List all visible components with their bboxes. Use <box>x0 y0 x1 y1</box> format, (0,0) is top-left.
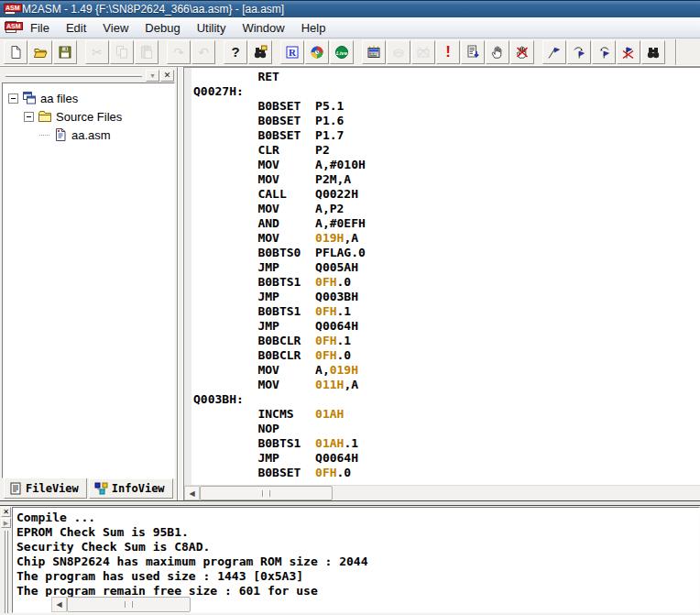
register-button[interactable]: R <box>280 40 304 64</box>
tree-item-aa-files[interactable]: aa files <box>3 89 174 107</box>
pause-hand-button[interactable] <box>486 40 509 64</box>
tab-fileview[interactable]: FileView <box>4 478 87 499</box>
next-breakpoint-button[interactable] <box>567 40 591 64</box>
copy-icon <box>115 45 129 60</box>
menu-bar: ASM FileEditViewDebugUtilityWindowHelp <box>0 17 700 38</box>
code-line: B0BCLR 0FH.0 <box>193 348 700 363</box>
erase-chip-button <box>411 40 435 64</box>
online-update-button[interactable] <box>305 40 329 64</box>
menu-item-help[interactable]: Help <box>293 18 334 38</box>
live-update-icon: Live <box>334 45 349 60</box>
erase-chip-icon <box>416 45 431 60</box>
find-in-files-icon <box>253 45 268 60</box>
output-line: Security Check Sum is C8AD. <box>16 540 699 555</box>
build-download-icon <box>465 45 480 60</box>
vertical-splitter[interactable] <box>177 67 184 500</box>
tree-expander-icon[interactable] <box>8 93 18 104</box>
code-editor[interactable]: RETQ0027H: B0BSET P5.1 B0BSET P1.6 B0BSE… <box>184 67 700 500</box>
scroll-left-button[interactable]: ◀ <box>184 486 200 500</box>
output-line: Compile ... <box>16 511 699 525</box>
code-line: MOV 019H,A <box>193 231 700 246</box>
verify-chip-icon <box>391 45 406 60</box>
tab-infoview[interactable]: InfoView <box>89 478 173 499</box>
workspace-dock-panel: ▼ ✕ aa filesSource Filesaa.asm FileViewI… <box>0 67 177 500</box>
workspace-files-icon <box>22 91 37 105</box>
svg-text:Live: Live <box>336 50 348 56</box>
stop-hand-button[interactable] <box>510 40 534 64</box>
main-area: ▼ ✕ aa filesSource Filesaa.asm FileViewI… <box>0 67 700 500</box>
output-scroll-left-button[interactable]: ◀ <box>51 597 67 612</box>
new-file-icon <box>8 45 23 60</box>
output-line: The program remain free size : 601 for u… <box>16 584 699 597</box>
code-line: B0BCLR 0FH.1 <box>193 334 700 348</box>
cut-button: ✂ <box>85 40 109 64</box>
document-asm-icon[interactable]: ASM <box>5 21 18 34</box>
code-line: JMP Q003BH <box>193 290 700 304</box>
live-update-button[interactable]: Live <box>330 40 354 64</box>
prev-breakpoint-button[interactable] <box>592 40 616 64</box>
scroll-thumb[interactable] <box>200 486 333 500</box>
save-file-icon <box>58 45 72 60</box>
paste-icon <box>139 45 154 60</box>
find-button[interactable] <box>641 40 665 64</box>
cut-icon: ✂ <box>92 44 103 60</box>
tab-label: FileView <box>26 482 79 495</box>
tree-item-source-files[interactable]: Source Files <box>3 107 174 126</box>
code-text[interactable]: RETQ0027H: B0BSET P5.1 B0BSET P1.6 B0BSE… <box>191 68 700 485</box>
code-line: MOV A,P2 <box>193 202 700 216</box>
menu-item-view[interactable]: View <box>94 18 137 38</box>
output-expand-button[interactable]: ▶ <box>1 518 11 528</box>
output-scroll-thumb[interactable] <box>67 597 191 612</box>
redo-button: ↷ <box>167 40 191 64</box>
output-grip-handle[interactable] <box>5 531 8 613</box>
code-line: CLR P2 <box>193 143 700 158</box>
code-line: MOV A,#010H <box>193 158 700 172</box>
app-asm-icon: ASM <box>4 3 17 16</box>
dock-grip-handle[interactable] <box>5 74 142 77</box>
find-in-files-button[interactable] <box>248 40 272 64</box>
remove-breakpoints-icon <box>621 45 636 60</box>
folder-icon <box>38 109 52 124</box>
save-file-button[interactable] <box>53 40 77 64</box>
tree-item-label: Source Files <box>56 110 122 124</box>
scroll-track[interactable] <box>333 486 700 500</box>
tree-connector <box>39 135 49 136</box>
code-line: B0BSET P1.7 <box>193 128 700 143</box>
output-close-button[interactable]: ✕ <box>1 507 11 517</box>
paste-button <box>135 40 159 64</box>
infoview-icon <box>94 482 108 495</box>
output-scroll-track[interactable] <box>191 597 699 612</box>
toggle-breakpoint-button[interactable] <box>542 40 566 64</box>
dock-menu-button[interactable]: ▼ <box>146 70 159 82</box>
code-line: JMP Q0064H <box>193 451 700 466</box>
menu-item-debug[interactable]: Debug <box>137 18 188 38</box>
dock-close-button[interactable]: ✕ <box>160 70 174 82</box>
help-button[interactable]: ? <box>224 40 247 64</box>
program-chip-button[interactable] <box>362 40 386 64</box>
output-text[interactable]: Compile ...EPROM Check Sum is 95B1.Secur… <box>13 508 699 597</box>
editor-h-scrollbar[interactable]: ◀ <box>184 485 700 500</box>
tree-expander-icon[interactable] <box>24 112 34 122</box>
new-file-button[interactable] <box>4 40 27 64</box>
asm-file-icon <box>53 127 68 142</box>
dock-gripper[interactable]: ▼ ✕ <box>2 69 175 82</box>
verify-chip-button <box>387 40 410 64</box>
build-download-button[interactable] <box>461 40 485 64</box>
menu-item-edit[interactable]: Edit <box>58 18 94 38</box>
scroll-grip-icon <box>262 490 270 497</box>
menu-item-window[interactable]: Window <box>234 18 292 38</box>
compile-button[interactable]: ! <box>436 40 460 64</box>
file-tree: aa filesSource Filesaa.asm <box>2 82 175 478</box>
menu-item-utility[interactable]: Utility <box>189 18 235 38</box>
code-line: Q0027H: <box>193 84 700 99</box>
tree-item-aa-asm[interactable]: aa.asm <box>3 126 174 144</box>
toggle-breakpoint-icon <box>547 45 562 60</box>
remove-breakpoints-button[interactable] <box>617 40 640 64</box>
open-file-button[interactable] <box>28 40 52 64</box>
menu-item-file[interactable]: File <box>22 18 58 38</box>
code-line: B0BSET P1.6 <box>193 114 700 128</box>
code-line: B0BSET P5.1 <box>193 99 700 114</box>
code-line: AND A,#0EFH <box>193 216 700 231</box>
output-panel: ✕ ▶ Compile ...EPROM Check Sum is 95B1.S… <box>0 506 700 615</box>
output-h-scrollbar[interactable]: ◀ <box>13 597 699 612</box>
